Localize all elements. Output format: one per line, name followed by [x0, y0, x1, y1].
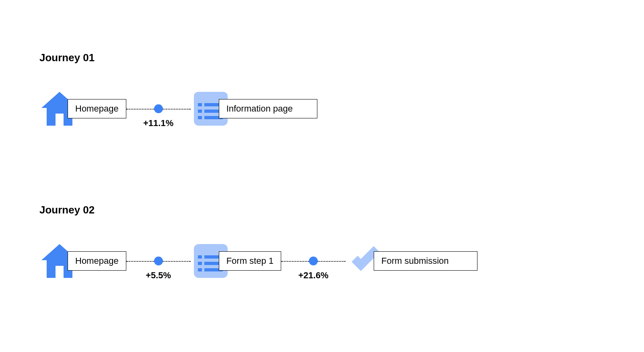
connector-value: +11.1%	[143, 118, 173, 128]
connector-2-2: +21.6%	[281, 257, 346, 265]
svg-rect-9	[198, 255, 202, 259]
connector-dot-icon	[309, 257, 318, 265]
journey-2-flow: Homepage +5.5% Form step 1 +21.6%	[39, 241, 477, 281]
journey-title-2: Journey 02	[39, 204, 95, 216]
svg-rect-1	[194, 92, 228, 100]
svg-rect-11	[198, 262, 202, 265]
journey-1-flow: Homepage +11.1% Information page	[39, 89, 317, 129]
step-label-information: Information page	[219, 99, 317, 118]
step-label-form1: Form step 1	[219, 251, 281, 271]
connector-value: +5.5%	[146, 270, 171, 281]
step-label-submission: Form submission	[374, 251, 477, 271]
svg-rect-4	[198, 110, 202, 113]
journey-title-1: Journey 01	[39, 52, 95, 64]
connector-2-1: +5.5%	[126, 257, 191, 265]
svg-rect-13	[198, 268, 202, 271]
step-label-homepage-2: Homepage	[68, 251, 126, 271]
svg-rect-6	[198, 116, 202, 119]
step-label-homepage: Homepage	[68, 99, 126, 118]
svg-rect-2	[198, 103, 202, 106]
connector-value: +21.6%	[298, 270, 328, 281]
connector-dot-icon	[154, 104, 163, 113]
connector-1-1: +11.1%	[126, 104, 191, 113]
connector-dot-icon	[154, 257, 163, 265]
